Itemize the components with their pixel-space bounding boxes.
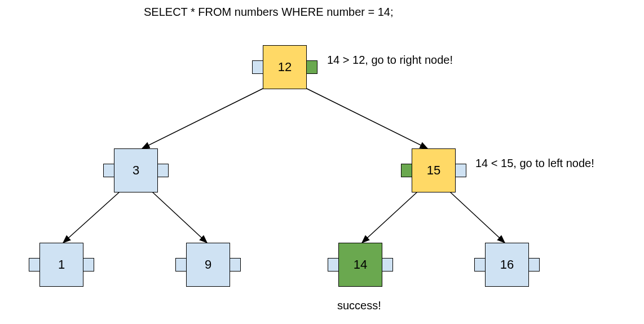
node-tab-left <box>474 258 486 272</box>
svg-line-3 <box>63 192 120 243</box>
node-tab-right <box>230 258 241 272</box>
tree-node-3: 3 <box>114 148 158 192</box>
node-tab-right <box>306 60 317 74</box>
node-tab-left <box>103 164 114 177</box>
node-tab-right <box>157 164 169 177</box>
annotation-success: success! <box>337 299 381 312</box>
node-tab-left <box>401 164 412 177</box>
svg-line-2 <box>307 89 427 148</box>
node-tab-right <box>382 258 393 272</box>
node-tab-right <box>83 258 94 272</box>
node-value: 12 <box>278 60 292 75</box>
node-tab-left <box>328 258 339 272</box>
node-tab-right <box>455 164 466 177</box>
annotation-n15: 14 < 15, go to left node! <box>475 157 594 170</box>
tree-node-1: 1 <box>39 243 83 287</box>
node-value: 15 <box>427 163 440 178</box>
node-value: 1 <box>58 257 65 272</box>
svg-line-1 <box>142 89 263 148</box>
node-value: 14 <box>354 257 367 272</box>
node-tab-left <box>29 258 40 272</box>
svg-line-4 <box>152 192 207 243</box>
svg-line-5 <box>362 192 417 243</box>
tree-node-14: 14 <box>338 243 382 287</box>
node-value: 3 <box>133 163 139 178</box>
node-tab-left <box>175 258 187 272</box>
annotation-root: 14 > 12, go to right node! <box>327 54 453 67</box>
sql-query: SELECT * FROM numbers WHERE number = 14; <box>144 6 394 19</box>
node-value: 9 <box>205 257 211 272</box>
tree-node-16: 16 <box>485 243 529 287</box>
node-tab-left <box>252 60 263 74</box>
node-tab-right <box>528 258 540 272</box>
node-value: 16 <box>500 257 514 272</box>
tree-node-9: 9 <box>186 243 230 287</box>
diagram-canvas: SELECT * FROM numbers WHERE number = 14;… <box>0 0 644 324</box>
tree-node-root: 12 <box>263 45 307 89</box>
tree-node-15: 15 <box>412 148 456 192</box>
svg-line-6 <box>450 192 505 243</box>
